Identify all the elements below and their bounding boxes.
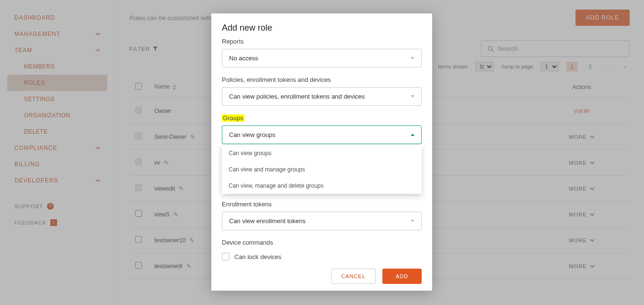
policies-value: Can view policies, enrollment tokens and… [229,93,365,100]
reports-select[interactable]: No access [222,49,422,68]
lock-devices-check[interactable]: Can lock devices [222,250,422,262]
caret-down-icon [411,220,414,222]
check-label: Can lock devices [234,253,281,260]
caret-up-icon [411,134,414,136]
policies-select[interactable]: Can view policies, enrollment tokens and… [222,87,422,106]
caret-down-icon [411,57,414,59]
modal-title: Add new role [211,13,432,38]
enrollment-select[interactable]: Can view enrollment tokens [222,212,422,230]
enrollment-value: Can view enrollment tokens [229,217,306,225]
groups-option[interactable]: Can view groups [222,145,422,161]
commands-label: Device commands [222,239,422,246]
groups-value: Can view groups [229,131,276,138]
add-button[interactable]: ADD [382,269,422,284]
enrollment-label: Enrollment tokens [222,201,422,208]
cancel-button[interactable]: CANCEL [331,269,376,284]
reports-label: Reports [222,38,422,45]
groups-option[interactable]: Can view, manage and delete groups [222,178,422,194]
groups-dropdown: Can view groups Can view and manage grou… [222,145,422,194]
caret-down-icon [411,95,414,98]
groups-label: Groups [222,114,244,122]
groups-select[interactable]: Can view groups [222,125,422,144]
modal-body[interactable]: Reports No access Policies, enrollment t… [211,38,432,262]
checkbox-icon [222,253,230,260]
add-role-modal: Add new role Reports No access Policies,… [211,13,432,291]
reports-value: No access [229,55,258,62]
policies-label: Policies, enrollment tokens and devices [222,76,422,83]
groups-option[interactable]: Can view and manage groups [222,161,422,178]
